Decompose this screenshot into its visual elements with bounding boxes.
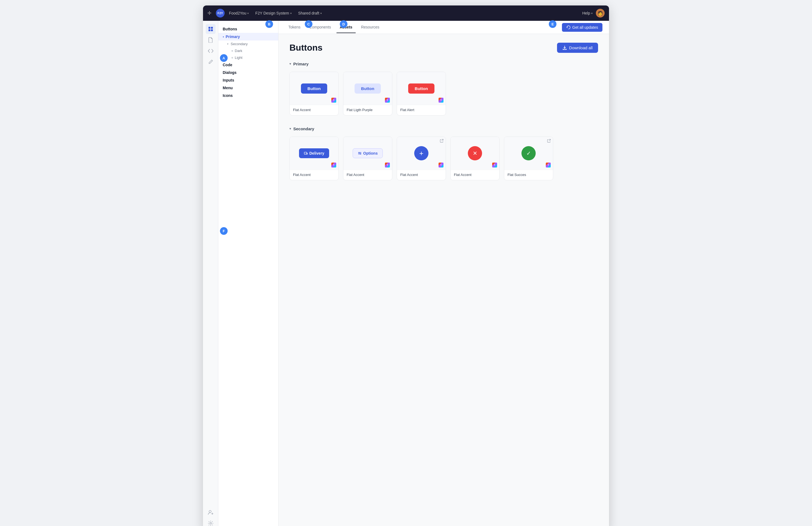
sidebar-section-buttons[interactable]: Buttons bbox=[218, 25, 278, 33]
sidebar-item-secondary-label: Secondary bbox=[231, 42, 248, 46]
card-flat-accent[interactable]: Button f Flat Accent bbox=[289, 72, 339, 115]
svg-rect-1 bbox=[211, 27, 213, 29]
card-preview-circle-plus: + f bbox=[397, 137, 446, 170]
card-label-options: Flat Accent bbox=[343, 170, 392, 180]
user-avatar[interactable]: 🧑 bbox=[596, 9, 605, 17]
rail-bottom bbox=[206, 507, 216, 526]
btn-flat-accent[interactable]: Button bbox=[301, 84, 327, 94]
settings-icon[interactable] bbox=[206, 518, 216, 526]
btn-circle-check[interactable]: ✓ bbox=[521, 146, 536, 160]
figma-badge-6: f bbox=[438, 162, 444, 168]
sidebar-section-code[interactable]: Code bbox=[218, 61, 278, 69]
get-all-updates-button[interactable]: Get all updates bbox=[562, 23, 603, 32]
get-updates-label: Get all updates bbox=[572, 25, 598, 30]
card-options[interactable]: Options f Flat Accent bbox=[343, 137, 392, 180]
secondary-card-grid: Delivery f Flat Accent bbox=[289, 137, 598, 180]
add-user-icon[interactable] bbox=[206, 507, 216, 517]
svg-point-5 bbox=[210, 523, 212, 524]
svg-point-9 bbox=[358, 152, 359, 153]
card-circle-x[interactable]: ✕ f Flat Accent bbox=[450, 137, 499, 180]
topbar-right: Help ▾ 🧑 bbox=[582, 9, 605, 17]
figma-badge-7: f bbox=[492, 162, 497, 168]
figma-badge-3: f bbox=[438, 98, 444, 103]
tabs-bar: Tokens Components Assets Resources Get a… bbox=[278, 21, 609, 34]
sidebar-item-primary[interactable]: Primary bbox=[218, 33, 278, 41]
draft-chevron-icon: ▾ bbox=[320, 12, 322, 15]
figma-f-icon-2: f bbox=[387, 99, 388, 101]
download-all-button[interactable]: Download all bbox=[557, 43, 598, 53]
document-icon[interactable] bbox=[206, 35, 216, 45]
code-icon[interactable] bbox=[206, 46, 216, 56]
card-label-flat-light-purple: Flat Ligth Purple bbox=[343, 105, 392, 115]
figma-badge-2: f bbox=[385, 98, 390, 103]
card-label-flat-alert: Flat Alert bbox=[397, 105, 446, 115]
sidebar-item-light[interactable]: Light bbox=[218, 54, 278, 61]
project-name: Food2You bbox=[229, 11, 246, 15]
figma-badge-8: f bbox=[546, 162, 551, 168]
svg-rect-0 bbox=[208, 27, 211, 29]
card-preview-flat-alert: Button f bbox=[397, 72, 446, 105]
card-delivery[interactable]: Delivery f Flat Accent bbox=[289, 137, 339, 180]
help-menu[interactable]: Help ▾ bbox=[582, 11, 593, 15]
tab-resources[interactable]: Resources bbox=[358, 22, 383, 33]
svg-point-4 bbox=[209, 510, 211, 513]
page-header: Buttons Download all bbox=[289, 43, 598, 53]
external-link-icon-2 bbox=[547, 139, 551, 143]
page-title: Buttons bbox=[289, 43, 322, 53]
main-layout: Buttons Primary ▾ Secondary Dark Light C… bbox=[203, 21, 609, 526]
figma-f-icon: f bbox=[334, 99, 334, 101]
help-label: Help bbox=[582, 11, 590, 15]
card-flat-light-purple[interactable]: Button f Flat Ligth Purple bbox=[343, 72, 392, 115]
btn-delivery[interactable]: Delivery bbox=[299, 148, 329, 158]
btn-circle-x[interactable]: ✕ bbox=[468, 146, 482, 160]
figma-badge-4: f bbox=[331, 162, 336, 168]
external-link-icon bbox=[440, 139, 444, 143]
svg-rect-3 bbox=[211, 29, 213, 31]
card-label-flat-success: Flat Succes bbox=[504, 170, 553, 180]
svg-point-7 bbox=[304, 154, 305, 155]
figma-f-icon-8: f bbox=[548, 164, 549, 166]
primary-card-grid: Button f Flat Accent Button f bbox=[289, 72, 598, 115]
card-preview-flat-success: ✓ f bbox=[504, 137, 553, 170]
project-selector[interactable]: Food2You ▾ bbox=[227, 10, 251, 16]
sidebar-item-secondary[interactable]: ▾ Secondary bbox=[218, 41, 278, 47]
btn-circle-plus[interactable]: + bbox=[414, 146, 429, 160]
figma-badge: f bbox=[331, 98, 336, 103]
sidebar-section-menu[interactable]: Menu bbox=[218, 84, 278, 92]
card-circle-plus[interactable]: + f Flat Accent bbox=[397, 137, 446, 180]
sidebar-item-dark-label: Dark bbox=[235, 49, 242, 53]
figma-f-icon-6: f bbox=[441, 164, 441, 166]
svg-rect-6 bbox=[304, 152, 307, 154]
sidebar-section-icons[interactable]: Icons bbox=[218, 92, 278, 99]
sidebar-item-light-label: Light bbox=[235, 56, 242, 60]
help-chevron-icon: ▾ bbox=[591, 12, 593, 15]
download-all-label: Download all bbox=[569, 45, 593, 50]
brand-logo[interactable]: F2Y bbox=[216, 9, 224, 17]
tab-components[interactable]: Components bbox=[306, 22, 334, 33]
tab-assets[interactable]: Assets bbox=[336, 22, 356, 33]
sidebar-item-dark[interactable]: Dark bbox=[218, 47, 278, 54]
dark-dot bbox=[231, 50, 233, 52]
draft-selector[interactable]: Shared draft ▾ bbox=[296, 10, 324, 16]
design-system-selector[interactable]: F2Y Design System ▾ bbox=[253, 10, 293, 16]
card-preview-flat-accent: Button f bbox=[290, 72, 338, 105]
card-flat-success[interactable]: ✓ f Flat Succes bbox=[504, 137, 553, 180]
section-header-primary[interactable]: ▾ Primary bbox=[289, 61, 598, 66]
components-icon[interactable] bbox=[206, 24, 216, 34]
btn-flat-light-purple[interactable]: Button bbox=[354, 84, 381, 94]
svg-point-8 bbox=[306, 154, 307, 155]
svg-point-10 bbox=[360, 154, 361, 155]
sidebar: Buttons Primary ▾ Secondary Dark Light C… bbox=[218, 21, 278, 526]
secondary-section-label: Secondary bbox=[293, 126, 314, 131]
section-header-secondary[interactable]: ▾ Secondary bbox=[289, 126, 598, 131]
btn-options[interactable]: Options bbox=[353, 148, 383, 158]
card-flat-alert[interactable]: Button f Flat Alert bbox=[397, 72, 446, 115]
tab-tokens[interactable]: Tokens bbox=[285, 22, 304, 33]
sidebar-section-dialogs[interactable]: Dialogs bbox=[218, 69, 278, 76]
crosshair-icon[interactable]: ✛ bbox=[207, 10, 212, 16]
secondary-chevron-icon: ▾ bbox=[227, 42, 229, 45]
sidebar-section-inputs[interactable]: Inputs bbox=[218, 76, 278, 84]
btn-flat-alert[interactable]: Button bbox=[408, 84, 434, 94]
card-label-circle-plus: Flat Accent bbox=[397, 170, 446, 180]
edit-icon[interactable] bbox=[206, 57, 216, 67]
